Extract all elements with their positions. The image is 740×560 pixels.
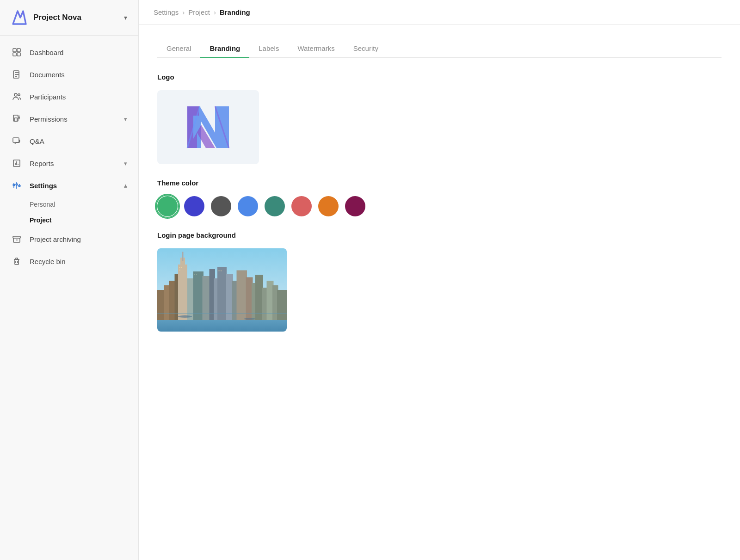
svg-rect-47 [193, 271, 204, 320]
sidebar-subitem-personal[interactable]: Personal [0, 197, 138, 212]
svg-rect-62 [179, 267, 180, 268]
reports-chevron-icon: ▾ [124, 160, 127, 167]
color-swatch-teal[interactable] [265, 196, 285, 216]
svg-point-10 [14, 93, 17, 96]
svg-rect-30 [16, 258, 18, 259]
svg-point-71 [244, 318, 256, 320]
sidebar-item-settings[interactable]: Settings ▴ [0, 174, 138, 197]
sidebar-item-dashboard[interactable]: Dashboard [0, 41, 138, 63]
participants-label: Participants [30, 93, 127, 101]
login-bg-image[interactable] [157, 248, 287, 332]
svg-rect-17 [13, 138, 19, 142]
svg-rect-54 [237, 271, 247, 320]
permissions-chevron-icon: ▾ [124, 116, 127, 123]
permissions-label: Permissions [30, 115, 120, 123]
sidebar-item-documents[interactable]: Documents [0, 63, 138, 86]
tab-general[interactable]: General [157, 40, 200, 58]
tab-labels[interactable]: Labels [249, 40, 288, 58]
personal-label: Personal [30, 201, 55, 208]
svg-rect-69 [157, 313, 287, 314]
tab-watermarks[interactable]: Watermarks [288, 40, 344, 58]
sidebar: Project Nova ▾ Dashboard [0, 0, 139, 560]
theme-color-title: Theme color [157, 179, 722, 187]
tab-branding[interactable]: Branding [200, 40, 249, 58]
svg-rect-2 [13, 49, 16, 52]
svg-rect-45 [182, 252, 184, 261]
documents-icon [11, 69, 22, 80]
sidebar-item-recycle-bin[interactable]: Recycle bin [0, 250, 138, 272]
svg-rect-61 [277, 290, 287, 320]
breadcrumb-current: Branding [220, 8, 250, 16]
svg-rect-64 [179, 270, 180, 271]
breadcrumb-sep1: › [182, 8, 185, 16]
color-swatch-indigo[interactable] [184, 196, 204, 216]
color-swatch-salmon[interactable] [291, 196, 312, 216]
color-swatch-blue[interactable] [238, 196, 258, 216]
theme-color-section: Theme color [157, 179, 722, 216]
svg-rect-5 [17, 53, 20, 56]
color-swatch-gray[interactable] [211, 196, 231, 216]
color-swatch-maroon[interactable] [345, 196, 365, 216]
project-archiving-label: Project archiving [30, 235, 127, 243]
svg-rect-4 [13, 53, 16, 56]
tab-security[interactable]: Security [344, 40, 388, 58]
sidebar-item-permissions[interactable]: Permissions ▾ [0, 108, 138, 130]
archive-icon [11, 234, 22, 245]
color-swatch-orange[interactable] [318, 196, 339, 216]
permissions-icon [11, 113, 22, 124]
breadcrumb-sep2: › [214, 8, 216, 16]
reports-label: Reports [30, 160, 120, 167]
breadcrumb-settings[interactable]: Settings [154, 8, 179, 16]
trash-icon [11, 256, 22, 267]
project-dropdown-icon: ▾ [124, 14, 127, 21]
sidebar-subitem-project[interactable]: Project [0, 212, 138, 228]
breadcrumb: Settings › Project › Branding [154, 8, 250, 16]
sidebar-item-reports[interactable]: Reports ▾ [0, 152, 138, 174]
svg-rect-39 [157, 290, 166, 320]
color-swatches [157, 196, 722, 216]
svg-point-70 [178, 315, 192, 318]
svg-rect-66 [196, 274, 197, 275]
documents-label: Documents [30, 71, 127, 79]
sidebar-item-qna[interactable]: Q&A [0, 130, 138, 152]
svg-rect-67 [219, 271, 220, 271]
project-label: Project [30, 216, 51, 224]
project-name: Project Nova [33, 13, 124, 22]
logo-box[interactable] [157, 90, 259, 164]
sidebar-item-participants[interactable]: Participants [0, 86, 138, 108]
participants-icon [11, 91, 22, 102]
qna-label: Q&A [30, 137, 127, 145]
settings-icon [11, 180, 22, 191]
project-logo [11, 9, 28, 26]
topbar: Settings › Project › Branding [139, 0, 740, 25]
logo-section-title: Logo [157, 73, 722, 81]
svg-rect-13 [14, 118, 17, 121]
qna-icon [11, 135, 22, 147]
breadcrumb-project[interactable]: Project [188, 8, 210, 16]
svg-rect-68 [221, 271, 222, 271]
recycle-bin-label: Recycle bin [30, 258, 127, 265]
svg-rect-3 [17, 49, 20, 52]
login-bg-title: Login page background [157, 231, 722, 239]
svg-rect-51 [217, 267, 227, 320]
settings-label: Settings [30, 182, 120, 190]
svg-point-11 [18, 94, 20, 96]
settings-chevron-icon: ▴ [124, 182, 127, 189]
dashboard-label: Dashboard [30, 49, 127, 56]
sidebar-nav: Dashboard Documents [0, 36, 138, 560]
svg-rect-63 [181, 267, 182, 268]
sidebar-header[interactable]: Project Nova ▾ [0, 0, 138, 36]
main-content: Settings › Project › Branding General Br… [139, 0, 740, 560]
sidebar-item-project-archiving[interactable]: Project archiving [0, 228, 138, 250]
svg-rect-28 [13, 236, 20, 238]
tabs-container: General Branding Labels Watermarks Secur… [157, 40, 722, 58]
svg-rect-65 [194, 274, 195, 275]
logo-section: Logo [157, 73, 722, 164]
reports-icon [11, 158, 22, 169]
content-area: General Branding Labels Watermarks Secur… [139, 25, 740, 560]
color-swatch-green[interactable] [157, 196, 178, 216]
dashboard-icon [11, 47, 22, 58]
login-bg-section: Login page background [157, 231, 722, 332]
